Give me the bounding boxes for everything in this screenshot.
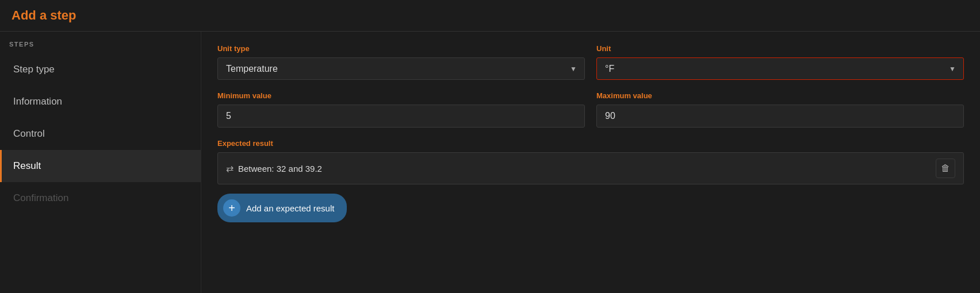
value-row: Minimum value Maximum value (217, 91, 964, 128)
unit-type-select-wrapper: Temperature Pressure Length Weight (217, 57, 585, 80)
sidebar-item-result[interactable]: Result (0, 150, 201, 182)
min-value-group: Minimum value (217, 91, 585, 128)
max-value-group: Maximum value (596, 91, 964, 128)
expected-result-label: Expected result (217, 139, 964, 148)
unit-select[interactable]: °F °C K (596, 57, 964, 80)
max-value-label: Maximum value (596, 91, 964, 100)
page-title: Add a step (12, 8, 968, 23)
sidebar: STEPS Step type Information Control Resu… (0, 32, 201, 293)
unit-group: Unit °F °C K (596, 44, 964, 80)
sidebar-item-confirmation: Confirmation (0, 182, 201, 214)
add-result-label: Add an expected result (246, 203, 334, 213)
expected-result-section: Expected result ⇄ Between: 32 and 39.2 🗑 (217, 139, 964, 184)
unit-type-group: Unit type Temperature Pressure Length We… (217, 44, 585, 80)
sidebar-item-step-type[interactable]: Step type (0, 53, 201, 86)
unit-type-label: Unit type (217, 44, 585, 53)
sidebar-item-information[interactable]: Information (0, 86, 201, 118)
add-icon: + (223, 199, 240, 217)
max-value-input[interactable] (596, 105, 964, 128)
unit-select-wrapper: °F °C K (596, 57, 964, 80)
min-value-input[interactable] (217, 105, 585, 128)
unit-type-select[interactable]: Temperature Pressure Length Weight (217, 57, 585, 80)
range-icon: ⇄ (226, 163, 233, 174)
content-area: STEPS Step type Information Control Resu… (0, 32, 980, 293)
unit-row: Unit type Temperature Pressure Length We… (217, 44, 964, 80)
unit-label: Unit (596, 44, 964, 53)
steps-label: STEPS (0, 41, 201, 53)
title-bar: Add a step (0, 0, 980, 32)
expected-result-row: ⇄ Between: 32 and 39.2 🗑 (217, 152, 964, 184)
app-container: Add a step STEPS Step type Information C… (0, 0, 980, 293)
expected-result-text: Between: 32 and 39.2 (238, 164, 322, 174)
sidebar-item-control[interactable]: Control (0, 118, 201, 150)
min-value-label: Minimum value (217, 91, 585, 100)
trash-icon: 🗑 (941, 163, 950, 174)
expected-result-value: ⇄ Between: 32 and 39.2 (226, 163, 322, 174)
add-expected-result-button[interactable]: + Add an expected result (217, 194, 347, 222)
main-content: Unit type Temperature Pressure Length We… (201, 32, 980, 293)
delete-expected-result-button[interactable]: 🗑 (936, 159, 955, 178)
